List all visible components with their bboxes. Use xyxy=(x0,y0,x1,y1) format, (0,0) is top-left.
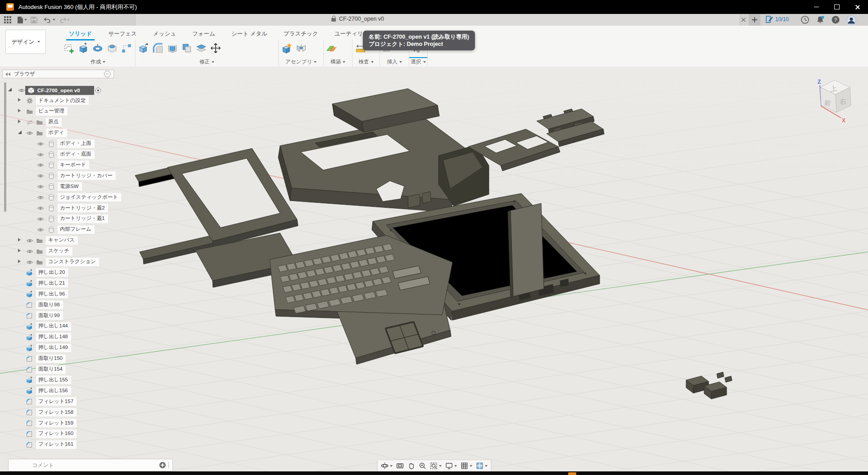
comment-bar[interactable]: コメント xyxy=(8,459,173,471)
visibility-eye-icon[interactable] xyxy=(18,87,25,94)
close-button[interactable] xyxy=(847,0,868,14)
browser-item[interactable]: ビュー管理 xyxy=(0,107,144,116)
tab-サーフェス[interactable]: サーフェス xyxy=(100,28,145,39)
expand-arrow-icon[interactable] xyxy=(18,238,21,242)
panel-label-選択[interactable]: 選択 xyxy=(409,57,427,65)
panel-label-構築[interactable]: 構築 xyxy=(324,58,352,65)
pattern-tool-button[interactable] xyxy=(120,41,133,55)
browser-item[interactable]: ボディ・底面 xyxy=(0,150,144,159)
expand-arrow-icon[interactable] xyxy=(18,249,21,252)
redo-button[interactable] xyxy=(59,15,70,24)
activate-radio-icon[interactable] xyxy=(95,87,102,94)
visibility-eye-icon[interactable] xyxy=(37,205,44,212)
viewports-button[interactable] xyxy=(476,462,488,470)
tab-フォーム[interactable]: フォーム xyxy=(184,28,223,39)
browser-item[interactable]: キャンバス xyxy=(0,236,144,245)
job-status-button[interactable]: 10/10 xyxy=(765,15,789,23)
grid-settings-button[interactable] xyxy=(461,462,472,470)
panel-label-作成[interactable]: 作成 xyxy=(61,58,135,65)
browser-item[interactable]: 押し出し149 xyxy=(0,344,144,353)
combine-tool-button[interactable] xyxy=(180,41,194,55)
move-tool-button[interactable] xyxy=(209,41,222,55)
browser-item[interactable]: コンストラクション xyxy=(0,258,144,267)
notifications-history-button[interactable] xyxy=(800,15,809,24)
browser-item[interactable]: ドキュメントの設定 xyxy=(0,96,144,105)
orbit-button[interactable] xyxy=(381,462,393,470)
browser-item[interactable]: カートリッジ・カバー xyxy=(0,171,144,180)
workspace-selector[interactable]: デザイン xyxy=(5,30,46,54)
new-component-tool-button[interactable] xyxy=(280,41,294,55)
maximize-button[interactable] xyxy=(827,0,847,14)
revolve-tool-button[interactable] xyxy=(91,41,104,55)
expand-arrow-icon[interactable] xyxy=(18,120,21,123)
collapse-panel-icon[interactable] xyxy=(5,72,10,76)
browser-item[interactable]: フィレット161 xyxy=(0,440,144,449)
browser-item[interactable]: フィレット157 xyxy=(0,397,144,406)
visibility-eye-icon[interactable] xyxy=(26,259,33,266)
browser-item[interactable]: 原点 xyxy=(0,118,144,127)
browser-minimize-icon[interactable] xyxy=(104,71,111,77)
file-menu-button[interactable] xyxy=(17,15,27,24)
extrude-tool-button[interactable] xyxy=(77,41,90,55)
offset-tool-button[interactable] xyxy=(194,41,208,55)
browser-item[interactable]: 押し出し144 xyxy=(0,322,144,331)
fillet-tool-button[interactable] xyxy=(151,41,165,55)
visibility-eye-icon[interactable] xyxy=(26,130,33,137)
visibility-eye-icon[interactable] xyxy=(37,183,44,190)
document-tab[interactable]: CF-2700_open v0 xyxy=(135,14,740,26)
panel-label-挿入[interactable]: 挿入 xyxy=(380,58,409,65)
tab-プラスチック[interactable]: プラスチック xyxy=(276,28,326,39)
minimize-button[interactable] xyxy=(806,0,827,14)
data-panel-button[interactable] xyxy=(4,15,12,24)
browser-item[interactable]: フィレット159 xyxy=(0,419,144,428)
panel-label-修正[interactable]: 修正 xyxy=(136,58,278,65)
joint-tool-button[interactable] xyxy=(294,41,308,55)
browser-item[interactable]: 押し出し96 xyxy=(0,290,144,299)
zoom-button[interactable] xyxy=(419,462,426,470)
view-cube[interactable]: Z X 上 前 右 xyxy=(805,67,868,126)
tab-ソリッド[interactable]: ソリッド xyxy=(61,28,100,39)
browser-item[interactable]: 押し出し21 xyxy=(0,279,144,288)
visibility-eye-icon[interactable] xyxy=(37,140,44,148)
browser-header[interactable]: ブラウザ xyxy=(2,70,114,78)
browser-item[interactable]: 面取り98 xyxy=(0,300,144,309)
plane-tool-button[interactable] xyxy=(325,41,339,55)
expand-arrow-icon[interactable] xyxy=(8,88,12,91)
part-inner-wall[interactable] xyxy=(508,203,544,298)
visibility-eye-icon[interactable] xyxy=(37,215,44,223)
help-button[interactable]: ? xyxy=(831,15,840,24)
add-comment-icon[interactable] xyxy=(159,462,166,468)
browser-item[interactable]: 押し出し156 xyxy=(0,386,144,395)
panel-label-アセンブリ[interactable]: アセンブリ xyxy=(279,58,323,65)
pan-button[interactable] xyxy=(407,462,415,470)
browser-item[interactable]: カートリッジ・蓋2 xyxy=(0,204,144,213)
sketch-tool-button[interactable] xyxy=(62,41,76,55)
browser-item[interactable]: 押し出し20 xyxy=(0,268,144,277)
browser-item[interactable]: 押し出し148 xyxy=(0,333,144,342)
tab-メッシュ[interactable]: メッシュ xyxy=(145,28,184,39)
panel-label-検査[interactable]: 検査 xyxy=(353,58,380,65)
visibility-eye-icon[interactable] xyxy=(26,237,33,244)
browser-item[interactable]: フィレット160 xyxy=(0,430,144,439)
visibility-eye-icon[interactable] xyxy=(26,119,33,126)
new-document-tab-button[interactable] xyxy=(749,14,760,26)
browser-item[interactable]: 押し出し155 xyxy=(0,376,144,385)
expand-arrow-icon[interactable] xyxy=(18,109,21,112)
notifications-button[interactable] xyxy=(816,15,825,24)
browser-item[interactable]: ジョイスティックポート xyxy=(0,193,144,202)
browser-item[interactable]: 電源SW xyxy=(0,182,144,191)
save-button[interactable] xyxy=(31,15,37,24)
root-item-label[interactable]: CF-2700_open v0 xyxy=(25,86,94,95)
browser-item[interactable]: キーボード xyxy=(0,161,144,170)
visibility-eye-icon[interactable] xyxy=(37,151,44,158)
expand-arrow-icon[interactable] xyxy=(18,260,21,263)
browser-item[interactable]: ボディ・上面 xyxy=(0,139,144,148)
browser-item[interactable]: 面取り99 xyxy=(0,311,144,320)
presspull-tool-button[interactable] xyxy=(137,41,150,55)
visibility-eye-icon[interactable] xyxy=(37,194,44,201)
display-settings-button[interactable] xyxy=(445,462,457,470)
hole-tool-button[interactable] xyxy=(105,41,119,55)
browser-item[interactable]: 面取り150 xyxy=(0,354,144,363)
account-avatar[interactable] xyxy=(846,15,855,24)
browser-item[interactable]: スケッチ xyxy=(0,247,144,256)
